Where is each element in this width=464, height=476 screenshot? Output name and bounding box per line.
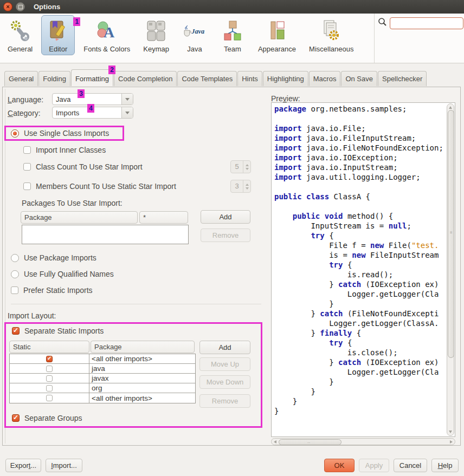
layout-add-button[interactable]: Add	[199, 341, 250, 354]
toolbar-item-general[interactable]: General	[3, 15, 37, 55]
row-static-checkbox[interactable]	[46, 356, 53, 362]
horizontal-scroll-thumb[interactable]: ‥	[279, 439, 341, 445]
table-row[interactable]: javax	[10, 374, 195, 383]
tab-spellchecker[interactable]: Spellchecker	[378, 71, 427, 86]
table-row[interactable]: java	[10, 364, 195, 374]
cancel-button[interactable]: Cancel	[394, 459, 427, 472]
preview-vertical-scrollbar[interactable]: ≡	[447, 103, 454, 436]
separate-groups-checkbox[interactable]	[12, 414, 20, 422]
package-cell[interactable]: <all other imports>	[89, 393, 195, 403]
language-select[interactable]: Java 3	[52, 93, 133, 105]
preview-horizontal-scrollbar[interactable]: ‥	[271, 438, 455, 445]
use-single-class-imports-row[interactable]: Use Single Class Imports	[11, 129, 109, 138]
category-select[interactable]: Imports 4	[52, 107, 133, 119]
package-cell[interactable]: javax	[89, 374, 195, 383]
tab-code-completion[interactable]: Code Completion	[114, 71, 177, 86]
star-add-button[interactable]: Add	[201, 210, 250, 224]
table-row[interactable]: org	[10, 383, 195, 393]
row-static-checkbox[interactable]	[46, 375, 53, 382]
layout-move-down-button[interactable]: Move Down	[199, 375, 250, 389]
class-count-spinner[interactable]: 5	[230, 160, 251, 173]
use-package-imports-row[interactable]: Use Package Imports	[11, 253, 96, 262]
layout-remove-button[interactable]: Remove	[199, 394, 250, 408]
separate-static-checkbox[interactable]	[12, 327, 20, 335]
table-row[interactable]: <all other imports>	[10, 393, 195, 403]
toolbar-item-keymap[interactable]: Keymap	[139, 15, 173, 55]
separate-static-row[interactable]: Separate Static Imports	[12, 327, 104, 335]
members-count-star-checkbox[interactable]	[23, 182, 31, 190]
search-icon	[378, 17, 387, 30]
toolbar-item-fonts-colors[interactable]: AFonts & Colors	[79, 15, 134, 55]
prefer-static-row[interactable]: Prefer Static Imports	[11, 286, 93, 295]
close-icon[interactable]: ×	[3, 2, 12, 11]
export-button[interactable]: Export...	[5, 459, 41, 472]
spinner-arrows-icon[interactable]	[243, 180, 250, 192]
scroll-up-icon[interactable]	[449, 106, 452, 109]
tab-code-templates[interactable]: Code Templates	[177, 71, 237, 86]
scroll-left-icon[interactable]	[274, 440, 276, 444]
class-count-star-checkbox[interactable]	[23, 163, 31, 171]
code-line: import java.util.logging.Logger;	[274, 172, 446, 182]
tab-macros[interactable]: Macros	[309, 71, 341, 86]
use-fully-qualified-radio[interactable]	[11, 270, 19, 278]
package-cell[interactable]: java	[89, 364, 195, 373]
class-count-star-row[interactable]: Class Count To Use Star Import	[23, 162, 143, 171]
import-inner-classes-checkbox[interactable]	[23, 146, 31, 154]
table-row[interactable]: <all other imports>	[10, 354, 195, 364]
formatting-panel: Language: Java 3 Category: Imports 4 Use…	[2, 87, 461, 446]
tab-formatting[interactable]: Formatting2	[71, 69, 113, 86]
help-button[interactable]: Help	[431, 459, 459, 472]
package-cell[interactable]: <all other imports>	[89, 354, 195, 363]
use-package-imports-radio[interactable]	[11, 254, 19, 262]
toolbar-item-team[interactable]: Team	[216, 15, 249, 55]
toolbar-item-java[interactable]: JavaJava	[178, 15, 211, 55]
use-fully-qualified-row[interactable]: Use Fully Qualified Names	[11, 270, 114, 278]
star-remove-button[interactable]: Remove	[201, 229, 250, 242]
row-static-checkbox[interactable]	[46, 385, 53, 392]
separate-groups-row[interactable]: Separate Groups	[12, 414, 82, 422]
static-cell[interactable]	[10, 375, 89, 382]
prefer-static-checkbox[interactable]	[11, 286, 18, 294]
tab-general[interactable]: General	[4, 71, 38, 86]
tab-on-save[interactable]: On Save	[341, 71, 377, 86]
tab-highlighting[interactable]: Highlighting	[263, 71, 308, 86]
code-line: } catch (IOException ex)	[274, 357, 446, 367]
static-cell[interactable]	[10, 395, 89, 401]
tab-folding[interactable]: Folding	[38, 71, 70, 86]
static-cell[interactable]	[10, 366, 89, 372]
vertical-scroll-thumb[interactable]: ≡	[448, 110, 454, 358]
toolbar-item-appearance[interactable]: Appearance	[254, 15, 300, 55]
static-cell[interactable]	[10, 385, 89, 392]
star-table-header-asterisk[interactable]: *	[139, 211, 188, 224]
star-table-body[interactable]	[22, 225, 189, 244]
use-single-class-imports-radio[interactable]	[11, 129, 19, 138]
toolbar-item-editor[interactable]: Editor1	[41, 15, 75, 55]
class-count-star-label: Class Count To Use Star Import	[36, 162, 143, 171]
code-line: is = new FileInputStream	[274, 250, 446, 260]
members-count-star-row[interactable]: Members Count To Use Static Star Import	[23, 182, 176, 191]
apply-button[interactable]: Apply	[359, 459, 389, 472]
tab-hints[interactable]: Hints	[237, 71, 262, 86]
ok-button[interactable]: OK	[324, 459, 355, 472]
star-table-header-package[interactable]: Package	[21, 211, 138, 224]
scroll-right-icon[interactable]	[450, 440, 453, 444]
import-button[interactable]: Import...	[46, 459, 82, 472]
separate-groups-label: Separate Groups	[24, 414, 82, 422]
spinner-arrows-icon[interactable]	[243, 161, 250, 173]
import-inner-classes-row[interactable]: Import Inner Classes	[23, 146, 106, 154]
package-cell[interactable]: org	[89, 383, 195, 393]
use-single-class-imports-label: Use Single Class Imports	[24, 129, 109, 138]
layout-table-header-static[interactable]: Static	[9, 341, 89, 353]
layout-move-up-button[interactable]: Move Up	[199, 357, 250, 371]
row-static-checkbox[interactable]	[46, 395, 53, 401]
layout-table-body[interactable]: <all other imports>javajavaxorg<all othe…	[9, 354, 196, 403]
layout-table-header-package[interactable]: Package	[91, 341, 195, 353]
restore-icon[interactable]	[16, 2, 25, 11]
members-count-spinner[interactable]: 3	[230, 180, 251, 193]
row-static-checkbox[interactable]	[46, 366, 53, 372]
static-cell[interactable]	[10, 356, 89, 362]
toolbar-item-miscellaneous[interactable]: Miscellaneous	[305, 15, 358, 55]
scroll-down-icon[interactable]	[449, 431, 452, 433]
preview-label: Preview:	[271, 94, 300, 103]
search-input[interactable]	[390, 17, 463, 29]
